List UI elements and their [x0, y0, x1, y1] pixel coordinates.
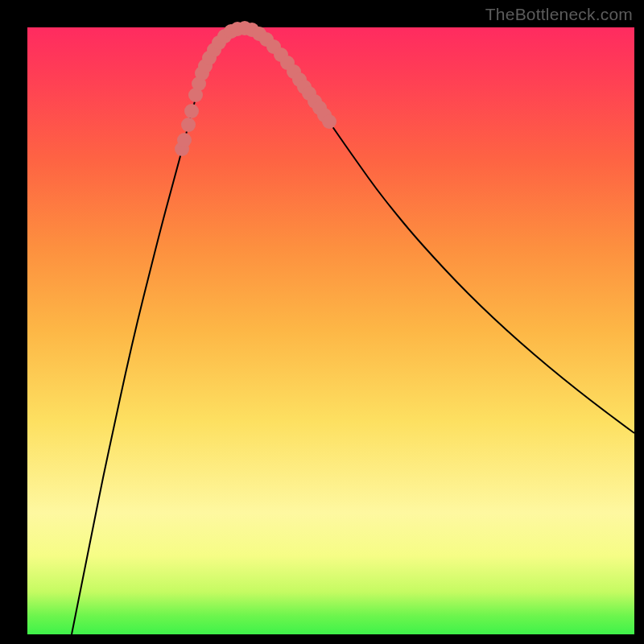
- bottleneck-curve: [72, 28, 634, 635]
- data-marker: [322, 114, 336, 129]
- data-marker: [184, 104, 199, 118]
- curve-svg: [27, 27, 634, 634]
- plot-area: [27, 27, 634, 634]
- data-marker: [181, 118, 196, 132]
- chart-frame: TheBottleneck.com: [0, 0, 644, 644]
- data-marker: [177, 133, 192, 147]
- marker-group: [175, 21, 336, 156]
- watermark-text: TheBottleneck.com: [485, 5, 633, 24]
